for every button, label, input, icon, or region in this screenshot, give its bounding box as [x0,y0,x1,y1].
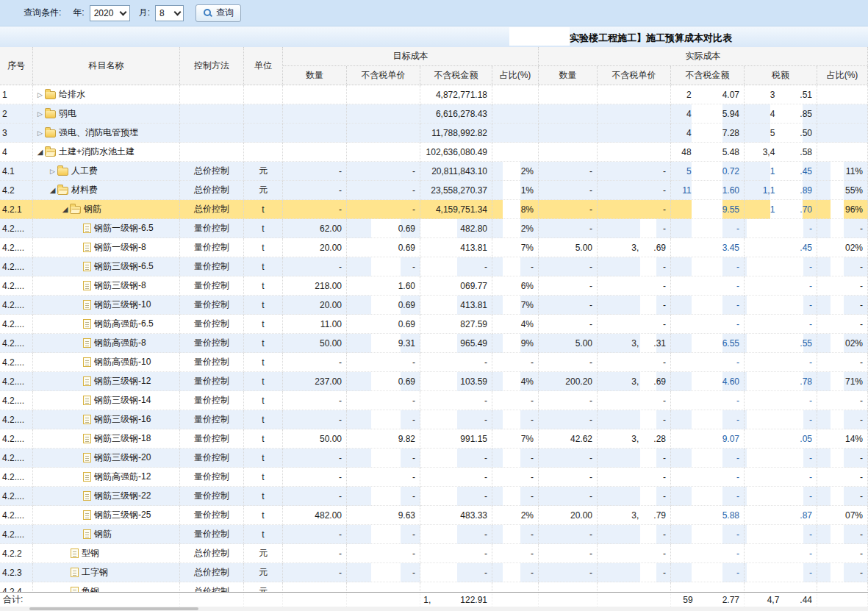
cell-ta: 23,558,270.37 [420,181,492,200]
cell-method: 量价控制 [180,487,244,506]
table-row[interactable]: 4.2....钢筋高强筋-8量价控制t50.009.31965.499%5.00… [0,334,868,353]
cell-ap: 3,.31 [598,334,671,353]
col-header-target-qty[interactable]: 数量 [283,66,347,85]
table-row[interactable]: 4.2....钢筋三级钢-18量价控制t50.009.82991.157%42.… [0,429,868,449]
col-header-seq[interactable]: 序号 [0,47,33,85]
cell-aq [539,85,598,104]
cell-apc: 02% [817,334,868,353]
file-icon [71,549,79,558]
horizontal-scrollbar[interactable] [0,607,868,611]
total-actual-amount: 592.77 [671,593,745,607]
col-header-method[interactable]: 控制方法 [180,47,244,85]
col-header-actual-tax[interactable]: 税额 [745,66,817,85]
expand-icon[interactable]: ▷ [48,168,57,175]
cell-seq: 4.2 [0,181,33,200]
cell-aq: 42.62 [539,429,598,449]
cell-aa: - [671,257,745,276]
col-header-actual-qty[interactable]: 数量 [539,66,598,85]
cell-ap: - [598,487,671,506]
table-row[interactable]: 4.2◢材料费总价控制元--23,558,270.371%--111.601,1… [0,181,868,200]
search-button[interactable]: 查询 [196,4,241,22]
cell-unit [244,143,283,162]
cell-aa: - [671,449,745,468]
subject-name: 钢筋三级钢-8 [94,279,146,292]
table-row[interactable]: 4.1▷人工费总价控制元--20,811,843.102%--50.721.45… [0,162,868,181]
cell-aq: - [539,410,598,429]
cell-tpc: 8% [492,200,539,219]
table-row[interactable]: 3▷强电、消防电管预埋11,788,992.8247.285.50 [0,124,868,143]
table-row[interactable]: 4.2....钢筋三级钢-6.5量价控制t--------- [0,257,868,276]
cell-seq: 4.2.... [0,410,33,429]
table-row[interactable]: 4.2.1◢钢筋总价控制t--4,159,751.348%--9.551.709… [0,200,868,219]
cell-method: 量价控制 [180,410,244,429]
total-actual-tax: 4,7.44 [745,593,817,607]
subject-name: 型钢 [82,547,99,560]
table-row[interactable]: 4.2....钢筋三级钢-12量价控制t237.000.69103.594%20… [0,372,868,391]
col-header-actual-price[interactable]: 不含税单价 [598,66,671,85]
scrollbar-thumb[interactable] [29,607,198,610]
cell-name: ◢材料费 [33,181,180,200]
cell-tq [283,85,347,104]
cell-unit: 元 [244,582,283,592]
table-row[interactable]: 4.2....钢筋一级钢-6.5量价控制t62.000.69482.802%--… [0,219,868,238]
col-header-target-pct[interactable]: 占比(%) [492,66,539,85]
table-row[interactable]: 4◢土建+消防水池土建102,636,080.49485.483,4.58 [0,143,868,162]
cell-apc: - [817,544,868,563]
table-row[interactable]: 4.2....钢筋三级钢-25量价控制t482.009.63483.332%20… [0,506,868,525]
collapse-icon[interactable]: ◢ [60,205,70,213]
cell-apc: - [817,276,868,296]
table-row[interactable]: 4.2....钢筋高强筋-10量价控制t--------- [0,353,868,372]
target-cost-group: 目标成本 数量 不含税单价 不含税金额 占比(%) [283,47,539,85]
cell-name: 钢筋三级钢-6.5 [33,257,180,276]
cell-atx: 3,4.58 [745,143,817,162]
cell-tp: 0.69 [347,315,420,334]
cell-tpc: 7% [492,238,539,257]
cell-aa: - [671,468,745,487]
cell-seq: 4.2.... [0,372,33,391]
col-header-target-amount[interactable]: 不含税金额 [420,66,492,85]
col-header-unit[interactable]: 单位 [244,47,283,85]
table-row[interactable]: 4.2.3工字钢总价控制元--------- [0,563,868,582]
table-row[interactable]: 4.2....钢筋三级钢-14量价控制t--------- [0,391,868,410]
cell-tpc: - [492,353,539,372]
table-row[interactable]: 4.2....钢筋一级钢-8量价控制t20.000.69413.817%5.00… [0,238,868,257]
collapse-icon[interactable]: ◢ [48,186,57,194]
cell-apc: 14% [817,429,868,449]
col-header-actual-amount[interactable]: 不含税金额 [671,66,745,85]
table-row[interactable]: 1▷给排水4,872,771.1824.073.51 [0,85,868,104]
cell-aq: - [539,181,598,200]
month-select[interactable]: 8 [155,5,184,21]
table-row[interactable]: 4.2....钢筋高强筋-12量价控制t--------- [0,468,868,487]
cell-ap: - [598,315,671,334]
total-cell [817,593,868,607]
table-row[interactable]: 4.2....钢筋高强筋-6.5量价控制t11.000.69827.594%--… [0,315,868,334]
table-row[interactable]: 4.2.2型钢总价控制元--------- [0,544,868,563]
cell-ap: - [598,276,671,296]
table-row[interactable]: 4.2....钢筋三级钢-8量价控制t218.001.60069.776%---… [0,276,868,296]
cell-aq: - [539,257,598,276]
cell-aa: - [671,487,745,506]
table-row[interactable]: 2▷弱电6,616,278.4345.944.85 [0,104,868,124]
collapse-icon[interactable]: ◢ [35,148,45,156]
cell-tpc: - [492,449,539,468]
cell-ta: - [420,353,492,372]
table-row[interactable]: 4.2.4角钢总价控制元--------- [0,582,868,592]
col-header-target-price[interactable]: 不含税单价 [347,66,420,85]
year-select[interactable]: 2020 [90,5,130,21]
tree-indent [35,171,48,171]
expand-icon[interactable]: ▷ [35,91,45,99]
cell-ta: 4,872,771.18 [420,85,492,104]
expand-icon[interactable]: ▷ [35,129,45,137]
col-header-actual-pct[interactable]: 占比(%) [817,66,868,85]
table-row[interactable]: 4.2....钢筋三级钢-16量价控制t--------- [0,410,868,429]
col-header-name[interactable]: 科目名称 [33,47,180,85]
table-row[interactable]: 4.2....钢筋三级钢-20量价控制t--------- [0,449,868,468]
table-row[interactable]: 4.2....钢筋量价控制t--------- [0,525,868,544]
cell-aq: - [539,525,598,544]
table-body: 1▷给排水4,872,771.1824.073.512▷弱电6,616,278.… [0,85,868,592]
table-row[interactable]: 4.2....钢筋三级钢-10量价控制t20.000.69413.817%---… [0,296,868,315]
table-row[interactable]: 4.2....钢筋三级钢-22量价控制t--------- [0,487,868,506]
expand-icon[interactable]: ▷ [35,110,45,118]
cell-aq: - [539,487,598,506]
cell-unit: t [244,296,283,315]
